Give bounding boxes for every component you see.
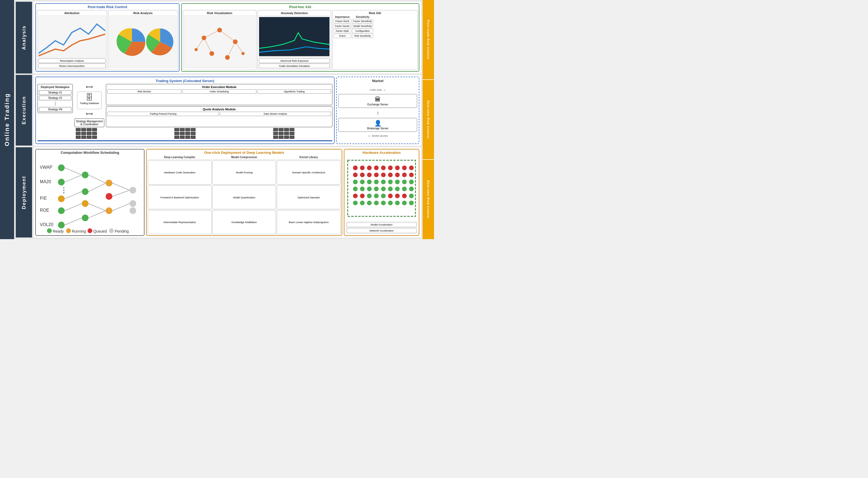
svg-line-43: [113, 183, 129, 190]
srv19: [185, 132, 190, 135]
srv33: [273, 136, 278, 139]
svg-point-83: [395, 180, 400, 184]
svg-line-30: [65, 204, 82, 211]
svg-point-98: [374, 193, 379, 198]
svg-point-96: [360, 193, 365, 198]
svg-line-44: [113, 190, 129, 197]
svg-point-99: [381, 193, 386, 198]
srv24: [191, 136, 195, 139]
svg-point-33: [82, 188, 89, 195]
hw-accel-svg: [346, 157, 416, 220]
hardware-code-gen[interactable]: Hardware Code Generation: [148, 160, 212, 184]
blue-underline: [37, 140, 333, 141]
strategy-2[interactable]: Strategy #2: [39, 96, 71, 100]
factor-stock[interactable]: Factor-Stock: [334, 19, 351, 23]
srv30: [279, 132, 283, 135]
svg-point-22: [58, 179, 65, 186]
svg-point-34: [82, 200, 89, 207]
svg-point-102: [402, 193, 407, 198]
risk-viz-panel: Risk Visualization: [183, 10, 256, 70]
order-scheduling[interactable]: Order Scheduling: [182, 89, 256, 94]
trade-sim-btn[interactable]: Trade-Simulation Deviation: [259, 64, 330, 68]
svg-point-101: [395, 193, 400, 198]
svg-point-88: [367, 187, 372, 191]
model-pruning[interactable]: Model Pruning: [212, 160, 276, 184]
svg-line-45: [113, 204, 129, 211]
analysis-content-box: Post-trade Risk Control Attribution: [34, 2, 421, 73]
svg-point-70: [367, 173, 372, 177]
intermediate-repr[interactable]: Intermediate Representation: [148, 210, 212, 234]
svg-line-36: [89, 175, 106, 183]
frontend-backend-opt[interactable]: Frontend & Backend Optimization: [148, 185, 212, 210]
network-acceleration-btn[interactable]: Network Acceleration: [346, 228, 416, 233]
srv5: [76, 132, 81, 135]
srv14: [180, 128, 185, 131]
order-exec-items: Risk Monitor Order Scheduling Algorithmi…: [107, 89, 331, 94]
svg-line-31: [65, 218, 82, 225]
trading-protocol[interactable]: Trading Protocol Parsing: [107, 112, 219, 116]
computation-box: Computation Workflow Scheduling VWAP MA2…: [35, 149, 145, 236]
svg-point-91: [388, 187, 393, 191]
dl-compiler-col: Deep Learning Compiler Hardware Code Gen…: [148, 156, 212, 234]
risk-viz-title: Risk Visualization: [184, 11, 255, 15]
order-data-label: Order Data: [370, 89, 382, 91]
svg-point-3: [217, 28, 222, 32]
algorithmic-trading[interactable]: Algorithmic Trading: [257, 89, 331, 94]
srv9: [76, 136, 81, 139]
svg-point-97: [367, 193, 372, 198]
execution-content-box: Trading System (Colocated Server) Deploy…: [34, 75, 421, 146]
blas[interactable]: Basic Linear Algebra Subprograms: [277, 210, 341, 234]
workflow-area: VWAP MA20 P/E ROE VOL20: [37, 156, 143, 234]
resumption-analysis-btn[interactable]: Resumption Analysis: [38, 58, 106, 63]
optimized-operator[interactable]: Optimized Operator: [277, 185, 341, 210]
srv27: [284, 128, 289, 131]
strategy-1[interactable]: Strategy #1: [39, 90, 71, 95]
model-compression-col: Model Compression Model Pruning Model Qu…: [212, 156, 276, 234]
deployed-strats-title: Deployed Strategies: [39, 85, 71, 89]
svg-point-75: [402, 173, 407, 177]
svg-point-26: [58, 222, 65, 229]
model-quantization[interactable]: Model Quantization: [212, 185, 276, 210]
srv23: [185, 136, 190, 139]
svg-point-82: [388, 180, 393, 184]
abnormal-risk-btn[interactable]: Abnormal Risk Exposure: [259, 58, 330, 63]
model-sensitivity[interactable]: Model Sensitivity: [352, 24, 373, 28]
svg-point-24: [58, 196, 65, 202]
factor-sensitivity[interactable]: Factor Sensitivity: [352, 19, 373, 23]
attribution-chart: [38, 16, 106, 58]
domain-specific-arch[interactable]: Domain-Specific Architecture: [277, 160, 341, 184]
factor-sector[interactable]: Factor-Sector: [334, 24, 351, 28]
event-item[interactable]: Event: [334, 34, 351, 38]
svg-text:VWAP: VWAP: [40, 165, 53, 170]
model-acceleration-btn[interactable]: Model Acceleration: [346, 222, 416, 227]
srv28: [289, 128, 294, 131]
svg-point-46: [129, 187, 136, 194]
configuration[interactable]: Configuration: [352, 29, 373, 33]
risk-sensitivity[interactable]: Risk Sensitivity: [352, 34, 373, 38]
svg-line-11: [204, 38, 212, 54]
return-decomposition-btn[interactable]: Return Decomposition: [38, 64, 106, 68]
knowledge-distillation[interactable]: Knowledge Distillation: [212, 210, 276, 234]
svg-point-81: [381, 180, 386, 184]
svg-point-49: [47, 228, 52, 233]
market-box: Market Order Data → 🏛 Exchange Server ↕: [336, 77, 419, 144]
svg-point-21: [58, 165, 65, 171]
svg-point-92: [395, 187, 400, 191]
risk-monitor[interactable]: Risk Monitor: [107, 89, 181, 94]
strategy-n[interactable]: Strategy #N: [39, 107, 71, 112]
data-stream-analysis[interactable]: Data Stream Analysis: [220, 112, 331, 116]
svg-text:VOL20: VOL20: [40, 222, 53, 227]
svg-text:Pending: Pending: [115, 229, 129, 233]
srv17: [174, 132, 179, 135]
factor-style[interactable]: Factor-Style: [334, 29, 351, 33]
svg-point-89: [374, 187, 379, 191]
oneclick-box: One-click Deployment of Deep Learning Mo…: [146, 149, 342, 236]
srv26: [279, 128, 283, 131]
svg-point-68: [353, 173, 358, 177]
hw-accel-box: Hardware Acceleration: [344, 149, 419, 236]
svg-text:Queued: Queued: [93, 229, 107, 233]
post-hoc-xai-box: Post-hoc XAI Risk Visualization: [181, 3, 419, 72]
svg-point-84: [402, 180, 407, 184]
svg-point-103: [409, 193, 414, 198]
oneclick-title: One-click Deployment of Deep Learning Mo…: [148, 151, 341, 155]
